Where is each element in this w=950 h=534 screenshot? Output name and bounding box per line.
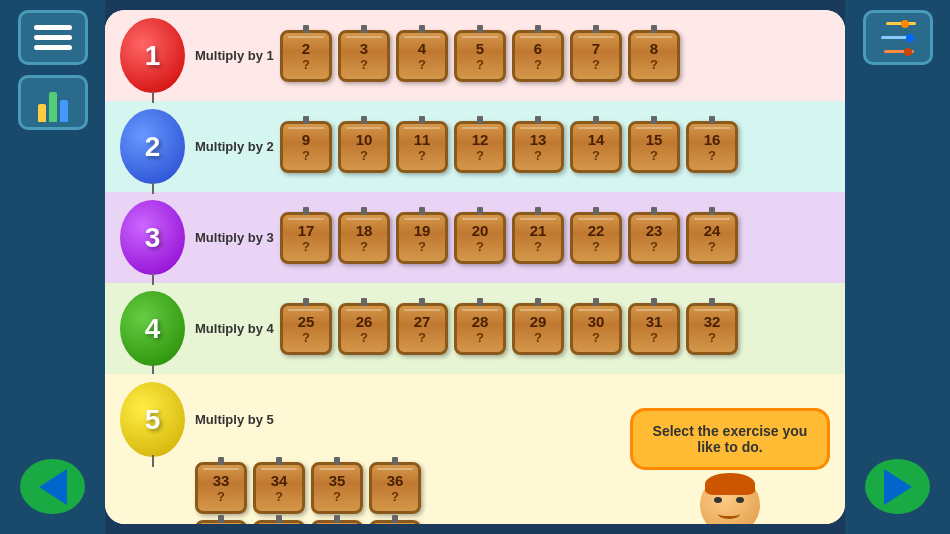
label-multiply-5: Multiply by 5: [195, 412, 280, 427]
settings-button[interactable]: [863, 10, 933, 65]
label-multiply-4: Multiply by 4: [195, 321, 280, 336]
multiply-row-3: 3 Multiply by 3 17? 18? 19? 20? 21? 22? …: [105, 192, 845, 283]
right-panel: [845, 0, 950, 534]
speech-bubble: Select the exercise you like to do.: [630, 408, 830, 470]
card-22[interactable]: 22?: [570, 212, 622, 264]
cards-row-1: 2? 3? 4? 5? 6? 7? 8?: [280, 30, 680, 82]
row-5-content: 5 Multiply by 5 33? 34? 35? 36? 37? 38? …: [120, 382, 421, 524]
cards-row-3: 17? 18? 19? 20? 21? 22? 23? 24?: [280, 212, 738, 264]
card-20[interactable]: 20?: [454, 212, 506, 264]
multiply-row-2: 2 Multiply by 2 9? 10? 11? 12? 13? 14? 1…: [105, 101, 845, 192]
cards-row-5-top: 33? 34? 35? 36?: [195, 462, 421, 514]
card-25[interactable]: 25?: [280, 303, 332, 355]
card-13[interactable]: 13?: [512, 121, 564, 173]
card-33[interactable]: 33?: [195, 462, 247, 514]
card-11[interactable]: 11?: [396, 121, 448, 173]
character-body: [700, 475, 760, 524]
card-17[interactable]: 17?: [280, 212, 332, 264]
card-26[interactable]: 26?: [338, 303, 390, 355]
card-31[interactable]: 31?: [628, 303, 680, 355]
forward-button[interactable]: [865, 459, 930, 514]
balloon-1[interactable]: 1: [120, 18, 185, 93]
card-7[interactable]: 7?: [570, 30, 622, 82]
card-27[interactable]: 27?: [396, 303, 448, 355]
main-content: 1 Multiply by 1 2? 3? 4? 5? 6? 7? 8? 2 M…: [105, 10, 845, 524]
back-arrow-icon: [39, 469, 67, 505]
card-3[interactable]: 3?: [338, 30, 390, 82]
back-button[interactable]: [20, 459, 85, 514]
balloon-2[interactable]: 2: [120, 109, 185, 184]
card-2[interactable]: 2?: [280, 30, 332, 82]
multiply-row-5: 5 Multiply by 5 33? 34? 35? 36? 37? 38? …: [105, 374, 845, 524]
card-39[interactable]: 39?: [311, 520, 363, 524]
card-19[interactable]: 19?: [396, 212, 448, 264]
label-multiply-1: Multiply by 1: [195, 48, 280, 63]
card-40[interactable]: 40?: [369, 520, 421, 524]
character-head: [700, 475, 760, 524]
cards-row-2: 9? 10? 11? 12? 13? 14? 15? 16?: [280, 121, 738, 173]
multiply-row-1: 1 Multiply by 1 2? 3? 4? 5? 6? 7? 8?: [105, 10, 845, 101]
card-21[interactable]: 21?: [512, 212, 564, 264]
card-28[interactable]: 28?: [454, 303, 506, 355]
card-4[interactable]: 4?: [396, 30, 448, 82]
balloon-4[interactable]: 4: [120, 291, 185, 366]
chart-button[interactable]: [18, 75, 88, 130]
card-35[interactable]: 35?: [311, 462, 363, 514]
speech-area: Select the exercise you like to do.: [630, 408, 830, 524]
label-multiply-3: Multiply by 3: [195, 230, 280, 245]
multiply-row-4: 4 Multiply by 4 25? 26? 27? 28? 29? 30? …: [105, 283, 845, 374]
card-37[interactable]: 37?: [195, 520, 247, 524]
balloon-3[interactable]: 3: [120, 200, 185, 275]
cards-row-5-bottom: 37? 38? 39? 40?: [195, 520, 421, 524]
card-30[interactable]: 30?: [570, 303, 622, 355]
card-8[interactable]: 8?: [628, 30, 680, 82]
card-6[interactable]: 6?: [512, 30, 564, 82]
card-18[interactable]: 18?: [338, 212, 390, 264]
card-32[interactable]: 32?: [686, 303, 738, 355]
card-38[interactable]: 38?: [253, 520, 305, 524]
menu-button[interactable]: [18, 10, 88, 65]
balloon-5[interactable]: 5: [120, 382, 185, 457]
card-23[interactable]: 23?: [628, 212, 680, 264]
card-34[interactable]: 34?: [253, 462, 305, 514]
card-29[interactable]: 29?: [512, 303, 564, 355]
card-24[interactable]: 24?: [686, 212, 738, 264]
character: [630, 475, 830, 524]
speech-text: Select the exercise you like to do.: [653, 423, 808, 455]
card-15[interactable]: 15?: [628, 121, 680, 173]
card-9[interactable]: 9?: [280, 121, 332, 173]
card-10[interactable]: 10?: [338, 121, 390, 173]
left-panel: [0, 0, 105, 534]
card-16[interactable]: 16?: [686, 121, 738, 173]
cards-row-4: 25? 26? 27? 28? 29? 30? 31? 32?: [280, 303, 738, 355]
row-5-header: 5 Multiply by 5: [120, 382, 280, 457]
card-5[interactable]: 5?: [454, 30, 506, 82]
forward-arrow-icon: [884, 469, 912, 505]
card-14[interactable]: 14?: [570, 121, 622, 173]
label-multiply-2: Multiply by 2: [195, 139, 280, 154]
card-12[interactable]: 12?: [454, 121, 506, 173]
card-36[interactable]: 36?: [369, 462, 421, 514]
